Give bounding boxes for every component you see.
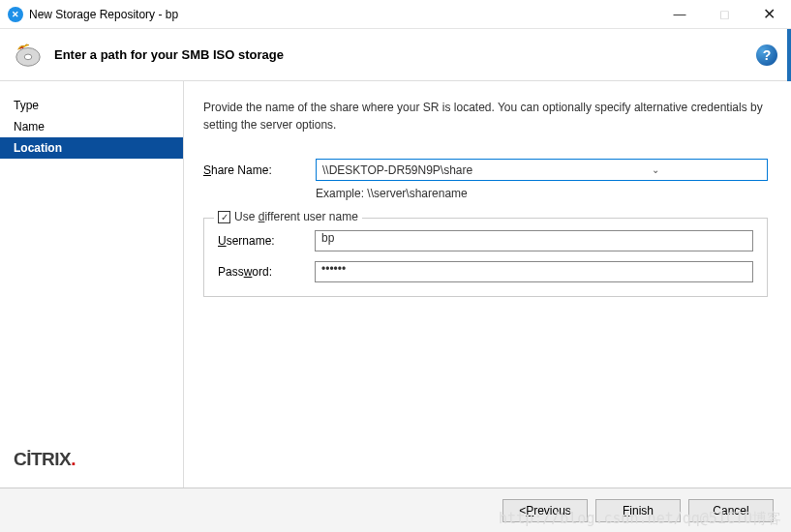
window-buttons: — ◻ ✕ [657,0,791,28]
body: Type Name Location CİTRIX. Provide the n… [0,81,791,488]
cancel-button[interactable]: Cancel [688,499,774,522]
sidebar-item-type[interactable]: Type [0,95,183,116]
window-title: New Storage Repository - bp [29,8,657,21]
previous-button[interactable]: < Previous [502,499,588,522]
footer: < Previous Finish Cancel [0,488,791,532]
maximize-button[interactable]: ◻ [702,0,746,28]
titlebar: New Storage Repository - bp — ◻ ✕ [0,0,791,29]
intro-text: Provide the name of the share where your… [203,99,768,133]
page-title: Enter a path for your SMB ISO storage [54,47,756,62]
sidebar-item-name[interactable]: Name [0,116,183,137]
minimize-button[interactable]: — [657,0,702,28]
sidebar-item-location[interactable]: Location [0,137,183,159]
share-name-label: Share Name: [203,163,316,177]
username-row: Username: bp [218,230,753,251]
example-text: Example: \\server\sharename [316,187,768,200]
chevron-down-icon[interactable]: ⌄ [545,164,768,175]
share-name-combo[interactable]: \\DESKTOP-DR59N9P\share ⌄ [316,159,768,181]
help-icon[interactable]: ? [756,44,777,66]
header: Enter a path for your SMB ISO storage ? [0,29,791,81]
password-row: Password: •••••• [218,261,753,282]
app-icon [8,7,23,22]
svg-point-1 [24,54,32,60]
content: Provide the name of the share where your… [184,81,791,488]
use-different-username-checkbox[interactable]: ✓ Use different user name [214,210,362,223]
password-label: Password: [218,265,315,279]
use-different-username-label: Use different user name [234,210,358,223]
password-input[interactable]: •••••• [315,261,753,282]
close-button[interactable]: ✕ [746,0,791,28]
share-name-row: Share Name: \\DESKTOP-DR59N9P\share ⌄ [203,159,768,181]
checkbox-icon: ✓ [218,211,230,223]
username-label: Username: [218,234,315,248]
citrix-brand: CİTRIX. [0,449,183,488]
credentials-fieldset: ✓ Use different user name Username: bp P… [203,218,768,297]
sidebar: Type Name Location CİTRIX. [0,81,184,488]
username-input[interactable]: bp [315,230,753,251]
share-name-value: \\DESKTOP-DR59N9P\share [322,163,545,177]
side-accent [787,29,791,81]
finish-button[interactable]: Finish [595,499,681,522]
storage-disc-icon [14,41,43,70]
